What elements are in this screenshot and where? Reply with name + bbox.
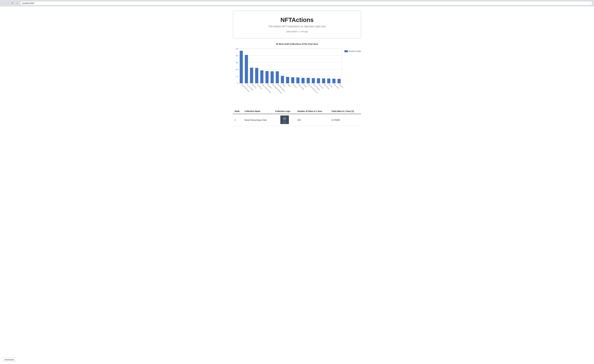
svg-rect-17	[260, 70, 263, 83]
svg-text:200: 200	[236, 55, 238, 56]
chart-section: 20 Most Sold Collections of the Past Hou…	[233, 43, 361, 104]
svg-text:Meta Fantasy: Meta Fantasy	[334, 84, 339, 89]
row-logo	[274, 114, 296, 126]
nav-buttons: ← → ⟳ ⌂	[1, 1, 19, 5]
row-sales: 233	[296, 114, 330, 126]
svg-text:Anatomy Science Ape Club: Anatomy Science Ape Club	[262, 84, 271, 93]
svg-rect-24	[296, 77, 299, 83]
data-status: Data loaded < 1 min ago	[236, 30, 358, 33]
header-box: NFTActions The hottest NFT collections o…	[233, 11, 361, 39]
svg-text:0: 0	[237, 82, 238, 84]
svg-rect-28	[317, 78, 320, 83]
svg-point-57	[285, 118, 286, 119]
svg-text:Dystrenes: Dystrenes	[329, 84, 333, 88]
svg-rect-18	[265, 71, 269, 83]
ape-logo-svg	[280, 115, 289, 124]
svg-rect-19	[271, 71, 274, 83]
chart-canvas: 050100150200250 Bored Stoned Apes Club n…	[233, 47, 343, 104]
page-content: NFTActions The hottest NFT collections o…	[233, 11, 361, 360]
svg-text:100: 100	[236, 69, 238, 70]
app-title: NFTActions	[236, 17, 358, 23]
chart-container: 050100150200250 Bored Stoned Apes Club n…	[233, 47, 361, 104]
col-sales: Number of Sales in 1 hour	[296, 109, 330, 114]
row-rank: 1	[233, 114, 243, 126]
svg-rect-29	[322, 79, 325, 83]
svg-text:Boodie Bears: Boodie Bears	[267, 84, 272, 89]
svg-rect-23	[291, 77, 294, 83]
col-name: Collection Name	[243, 109, 273, 114]
svg-rect-12	[239, 49, 342, 83]
forward-button[interactable]: →	[6, 1, 10, 5]
chart-legend: Number of sales	[344, 50, 361, 52]
svg-point-56	[284, 118, 284, 119]
col-rank: Rank	[233, 109, 243, 114]
svg-rect-15	[250, 68, 253, 83]
col-total: Total Sales in 1 hour (Ξ)	[330, 109, 361, 114]
svg-text:50: 50	[236, 76, 238, 77]
chart-svg: 050100150200250 Bored Stoned Apes Club n…	[233, 47, 343, 94]
svg-rect-25	[302, 78, 305, 83]
svg-text:X Rabbits Club: X Rabbits Club	[256, 84, 262, 89]
svg-rect-22	[286, 77, 289, 83]
svg-text:Mutant Kid Apes: Mutant Kid Apes	[324, 84, 330, 90]
screenshot-button[interactable]: Screenshot	[2, 357, 16, 362]
svg-text:Screw Me Up: Screw Me Up	[339, 84, 343, 89]
row-name: Bored Stoned Apes Club	[243, 114, 273, 126]
col-logo: Collection Logo	[274, 109, 296, 114]
collections-table: Rank Collection Name Collection Logo Num…	[233, 109, 361, 126]
svg-rect-20	[276, 71, 279, 83]
svg-text:Duggee: Duggee	[287, 84, 291, 87]
table-section: Rank Collection Name Collection Logo Num…	[233, 109, 361, 126]
address-bar[interactable]: localhost:3000	[20, 1, 593, 5]
app-subtitle: The hottest NFT collections on OpenSea r…	[236, 25, 358, 28]
refresh-button[interactable]: ⟳	[11, 1, 14, 5]
legend-color-box	[344, 50, 348, 52]
svg-rect-14	[245, 55, 248, 83]
table-row: 1 Bored Stoned Apes Club	[233, 114, 361, 126]
svg-text:Gloomy Micki: Gloomy Micki	[318, 84, 324, 89]
svg-rect-60	[286, 117, 287, 118]
svg-rect-21	[281, 76, 284, 83]
svg-text:150: 150	[236, 62, 238, 63]
svg-rect-16	[255, 68, 258, 83]
svg-rect-13	[240, 51, 243, 83]
chart-area: 050100150200250 Bored Stoned Apes Club n…	[233, 47, 343, 104]
svg-rect-59	[283, 117, 284, 118]
back-button[interactable]: ←	[1, 1, 5, 5]
svg-text:adidas Originals the Metaverse: adidas Originals the Metaverse	[272, 84, 283, 94]
svg-text:Neon District Season One Item: Neon District Season One Item	[308, 84, 319, 94]
row-total: 0.179295	[330, 114, 361, 126]
svg-rect-27	[312, 78, 315, 83]
svg-rect-31	[332, 79, 336, 83]
logo-image	[280, 115, 289, 124]
svg-text:250: 250	[236, 48, 238, 50]
home-button[interactable]: ⌂	[15, 1, 19, 5]
svg-rect-30	[327, 79, 330, 83]
svg-text:Astronauli: Astronauli	[303, 84, 307, 88]
svg-text:Yo Hip Hop: Yo Hip Hop	[293, 84, 297, 88]
svg-text:Bored Comic: Bored Comic	[251, 84, 256, 88]
table-header-row: Rank Collection Name Collection Logo Num…	[233, 109, 361, 114]
browser-chrome: ← → ⟳ ⌂ localhost:3000	[0, 0, 594, 7]
svg-rect-32	[338, 79, 341, 83]
svg-rect-58	[284, 120, 286, 120]
legend-label: Number of sales	[349, 50, 361, 52]
page-wrapper: NFTActions The hottest NFT collections o…	[0, 7, 594, 364]
chart-title: 20 Most Sold Collections of the Past Hou…	[233, 43, 361, 45]
svg-text:Fatales: Fatales	[282, 84, 285, 87]
svg-rect-26	[307, 78, 310, 83]
